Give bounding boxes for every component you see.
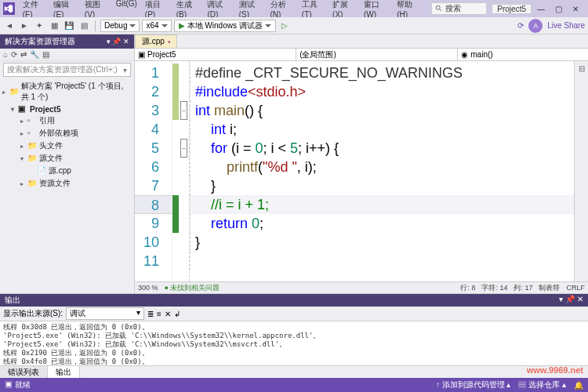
search-placeholder: 搜索 [445, 3, 461, 14]
svg-line-1 [440, 9, 442, 12]
pin-icon[interactable]: ▾ 📌 ✕ [107, 38, 129, 45]
svg-point-0 [437, 5, 441, 9]
cursor-char: 字符: 14 [481, 283, 507, 293]
zoom-level[interactable]: 300 % [138, 284, 158, 292]
solution-title: 解决方案资源管理器 ▾ 📌 ✕ [0, 34, 134, 49]
window-controls: — ▢ ✕ [532, 5, 585, 13]
project-crumb[interactable]: Project5 [492, 4, 532, 14]
config-combo[interactable]: Debug [100, 20, 140, 32]
search-icon [435, 5, 443, 13]
search-dd-icon: ▾ [123, 66, 127, 74]
sync-icon[interactable]: ⟳ [517, 21, 524, 30]
cursor-line: 行: 8 [460, 283, 475, 293]
tree-external-deps[interactable]: ▸▫外部依赖项 [2, 127, 132, 140]
run-debugger-button[interactable]: ▶ 本地 Windows 调试器 [174, 20, 276, 32]
out-btn2[interactable]: ≡ [157, 310, 162, 318]
editor-right-strip: ⊟ [574, 61, 588, 281]
close-button[interactable]: ✕ [571, 5, 580, 13]
tree-resources[interactable]: ▸📁资源文件 [2, 177, 132, 190]
minimize-button[interactable]: — [536, 5, 546, 13]
line-ending[interactable]: CRLF [566, 284, 585, 292]
out-btn1[interactable]: ≣ [147, 310, 154, 318]
title-search[interactable]: 搜索 [431, 2, 487, 15]
solution-tree: ▸📁解决方案 'Project5' (1 个项目, 共 1 个) ▾▣Proje… [0, 78, 134, 191]
file-tabs: 源.cpp• [135, 34, 588, 49]
nav-bar: ▣ Project5 (全局范围) ◉ main() [135, 49, 588, 61]
open-icon[interactable]: ▦ [48, 20, 60, 32]
refresh-icon[interactable]: ⟳ [11, 50, 17, 59]
play-no-debug-icon[interactable]: ▷ [278, 20, 291, 32]
fold-bar: −− [179, 61, 190, 281]
tree-source-file[interactable]: 📄源.cpp [2, 165, 132, 177]
solution-search[interactable]: 搜索解决方案资源管理器(Ctrl+;) ▾ [3, 63, 131, 77]
nav-function[interactable]: ◉ main() [458, 49, 588, 60]
tree-sources[interactable]: ▾📁源文件 [2, 152, 132, 165]
bottom-tabs: 错误列表 输出 [0, 365, 588, 378]
cursor-col: 列: 17 [514, 283, 532, 293]
tab-output[interactable]: 输出 [48, 366, 80, 378]
home-icon[interactable]: ⌂ [3, 50, 8, 59]
new-item-icon[interactable]: ✦ [33, 20, 45, 32]
solution-explorer: 解决方案资源管理器 ▾ 📌 ✕ ⌂ ⟳ ⇄ 🔧 ▤ 搜索解决方案资源管理器(Ct… [0, 34, 135, 293]
code-body[interactable]: #define _CRT_SECURE_NO_WARNINGS#include<… [190, 61, 574, 281]
tab-errors[interactable]: 错误列表 [0, 366, 48, 378]
save-icon[interactable]: 💾 [63, 20, 75, 32]
output-source-label: 显示输出来源(S): [3, 308, 63, 319]
statusbar: ▣ 就绪 ↑ 添加到源代码管理 ▴ ▤ 选择仓库 ▴ 🔔 [0, 378, 588, 392]
change-bar [172, 61, 179, 281]
status-ready: ▣ 就绪 [5, 379, 31, 390]
save-all-icon[interactable]: ▤ [78, 20, 90, 32]
play-icon: ▶ [179, 21, 185, 30]
editor: 源.cpp• ▣ Project5 (全局范围) ◉ main() 123456… [135, 34, 588, 293]
output-title: 输出 ▾ 📌 ✕ [0, 294, 588, 307]
out-clear-icon[interactable]: ✕ [165, 310, 171, 318]
line-gutter: 1234567891011 [135, 61, 172, 281]
output-panel: 输出 ▾ 📌 ✕ 显示输出来源(S): 调试▾ ≣ ≡ ✕ ↲ 线程 0x30d… [0, 293, 588, 365]
platform-combo[interactable]: x64 [142, 20, 171, 32]
output-source-combo[interactable]: 调试▾ [66, 307, 144, 320]
notifications-icon[interactable]: 🔔 [574, 381, 583, 390]
user-avatar[interactable]: A [528, 19, 543, 33]
output-titlebar-icons[interactable]: ▾ 📌 ✕ [559, 295, 583, 306]
select-repo[interactable]: ▤ 选择仓库 ▴ [518, 379, 566, 390]
output-toolbar: 显示输出来源(S): 调试▾ ≣ ≡ ✕ ↲ [0, 307, 588, 321]
tree-headers[interactable]: ▸📁头文件 [2, 140, 132, 152]
dirty-indicator: • [168, 38, 171, 46]
tree-project[interactable]: ▾▣Project5 [2, 103, 132, 114]
file-tab-active[interactable]: 源.cpp• [135, 34, 177, 48]
output-body[interactable]: 线程 0x30d8 已退出，返回值为 0 (0x0)。 'Project5.ex… [0, 321, 588, 365]
nav-back-icon[interactable]: ◄ [3, 20, 16, 32]
sync-view-icon[interactable]: ⇄ [20, 50, 27, 59]
nav-scope[interactable]: (全局范围) [296, 49, 458, 60]
split-icon[interactable]: ⊟ [579, 64, 585, 73]
issues-status[interactable]: ● 未找到相关问题 [165, 283, 220, 293]
main-toolbar: ◄ ► ✦ ▦ 💾 ▤ Debug x64 ▶ 本地 Windows 调试器 ▷… [0, 17, 588, 34]
tree-solution-root[interactable]: ▸📁解决方案 'Project5' (1 个项目, 共 1 个) [2, 80, 132, 103]
nav-project[interactable]: ▣ Project5 [135, 49, 296, 60]
titlebar: 文件(F) 编辑(E) 视图(V) Git(G) 项目(P) 生成(B) 调试(… [0, 0, 588, 17]
out-wrap-icon[interactable]: ↲ [174, 310, 180, 318]
props-icon[interactable]: ▤ [42, 50, 49, 59]
maximize-button[interactable]: ▢ [554, 5, 563, 13]
indent-mode[interactable]: 制表符 [539, 283, 560, 293]
live-share-button[interactable]: Live Share [547, 21, 585, 30]
wrench-icon[interactable]: 🔧 [30, 50, 39, 59]
tree-references[interactable]: ▸▫引用 [2, 114, 132, 127]
nav-fwd-icon[interactable]: ► [18, 20, 31, 32]
solution-toolbar: ⌂ ⟳ ⇄ 🔧 ▤ [0, 49, 134, 61]
vs-logo-icon [3, 2, 15, 15]
add-to-source-control[interactable]: ↑ 添加到源代码管理 ▴ [436, 379, 511, 390]
editor-statusbar: 300 % ● 未找到相关问题 行: 8 字符: 14 列: 17 制表符 CR… [135, 281, 588, 293]
